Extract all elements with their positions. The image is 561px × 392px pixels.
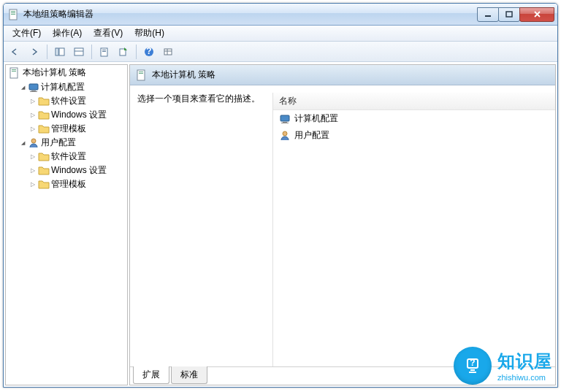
svg-rect-20 bbox=[12, 69, 16, 70]
svg-point-32 bbox=[283, 131, 287, 136]
svg-rect-6 bbox=[56, 48, 58, 55]
expand-icon[interactable] bbox=[19, 84, 26, 91]
expand-icon[interactable] bbox=[29, 98, 37, 105]
detail-header: 本地计算机 策略 bbox=[130, 65, 555, 85]
tree-computer-config[interactable]: 计算机配置 bbox=[16, 80, 127, 94]
svg-rect-16 bbox=[164, 49, 172, 55]
tree-root[interactable]: 本地计算机 策略 bbox=[6, 65, 127, 80]
filter-button[interactable] bbox=[159, 44, 177, 60]
window-buttons bbox=[478, 7, 554, 22]
menubar: 文件(F) 操作(A) 查看(V) 帮助(H) bbox=[4, 26, 557, 42]
svg-rect-27 bbox=[139, 72, 143, 72]
window: 本地组策略编辑器 文件(F) 操作(A) 查看(V) 帮助(H) ? 本地计算机… bbox=[3, 3, 558, 388]
tree-computer-software[interactable]: 软件设置 bbox=[26, 94, 127, 108]
export-button[interactable] bbox=[115, 44, 132, 60]
maximize-button[interactable] bbox=[498, 7, 520, 22]
menu-file[interactable]: 文件(F) bbox=[7, 26, 47, 41]
svg-rect-30 bbox=[283, 122, 287, 123]
svg-rect-22 bbox=[29, 84, 38, 90]
tree-user-config[interactable]: 用户配置 bbox=[16, 136, 127, 150]
tree-user-windows[interactable]: Windows 设置 bbox=[26, 164, 127, 177]
expand-icon[interactable] bbox=[19, 139, 26, 147]
svg-rect-1 bbox=[11, 11, 15, 12]
svg-rect-5 bbox=[506, 12, 512, 17]
tab-extended[interactable]: 扩展 bbox=[133, 366, 169, 384]
svg-rect-7 bbox=[59, 48, 64, 55]
expand-icon[interactable] bbox=[29, 181, 37, 188]
svg-rect-29 bbox=[280, 115, 289, 121]
tab-standard[interactable]: 标准 bbox=[171, 366, 207, 384]
toolbar-separator bbox=[91, 45, 92, 59]
tree-label: Windows 设置 bbox=[51, 164, 107, 177]
svg-rect-8 bbox=[75, 48, 83, 55]
expand-icon[interactable] bbox=[29, 153, 37, 161]
tree-user-templates[interactable]: 管理模板 bbox=[26, 177, 127, 191]
tree-label: 用户配置 bbox=[41, 137, 76, 149]
svg-rect-4 bbox=[485, 15, 491, 17]
list-column: 名称 计算机配置 用户配置 bbox=[272, 93, 555, 367]
description-column: 选择一个项目来查看它的描述。 bbox=[137, 93, 272, 367]
tree-label: 软件设置 bbox=[51, 150, 86, 163]
help-button[interactable]: ? bbox=[140, 44, 158, 60]
tree-label: 管理模板 bbox=[51, 178, 86, 191]
toggle-tree-button[interactable] bbox=[51, 44, 69, 60]
svg-rect-21 bbox=[12, 71, 16, 72]
menu-action[interactable]: 操作(A) bbox=[47, 26, 88, 41]
tree-label: 管理模板 bbox=[51, 123, 86, 135]
toggle-detail-button[interactable] bbox=[70, 44, 88, 60]
list-item-user[interactable]: 用户配置 bbox=[273, 127, 555, 144]
tree-label: 软件设置 bbox=[51, 95, 86, 107]
tree-computer-windows[interactable]: Windows 设置 bbox=[26, 108, 127, 122]
back-button[interactable] bbox=[7, 44, 24, 60]
svg-point-25 bbox=[31, 139, 36, 143]
svg-rect-3 bbox=[11, 14, 15, 15]
svg-text:?: ? bbox=[146, 47, 151, 56]
svg-rect-24 bbox=[30, 91, 37, 92]
menu-view[interactable]: 查看(V) bbox=[88, 26, 129, 41]
detail-pane: 本地计算机 策略 选择一个项目来查看它的描述。 名称 计算机配置 用户配置 bbox=[129, 64, 556, 385]
titlebar[interactable]: 本地组策略编辑器 bbox=[4, 4, 557, 26]
expand-icon[interactable] bbox=[29, 126, 37, 133]
detail-tabs: 扩展 标准 bbox=[130, 366, 555, 384]
tree-label: 计算机配置 bbox=[41, 81, 85, 93]
expand-icon[interactable] bbox=[29, 167, 37, 174]
window-title: 本地组策略编辑器 bbox=[23, 8, 478, 20]
svg-rect-28 bbox=[139, 73, 143, 74]
app-icon bbox=[8, 9, 20, 20]
list-item-label: 用户配置 bbox=[294, 129, 329, 142]
detail-body: 选择一个项目来查看它的描述。 名称 计算机配置 用户配置 bbox=[130, 85, 555, 367]
description-text: 选择一个项目来查看它的描述。 bbox=[137, 93, 265, 105]
toolbar-separator bbox=[136, 45, 137, 59]
svg-rect-2 bbox=[11, 12, 15, 13]
expand-icon[interactable] bbox=[29, 112, 37, 119]
list-item-computer[interactable]: 计算机配置 bbox=[273, 110, 555, 127]
tree-pane[interactable]: 本地计算机 策略 计算机配置 软件设置 bbox=[5, 64, 128, 385]
properties-button[interactable] bbox=[96, 44, 113, 60]
svg-rect-11 bbox=[102, 50, 106, 50]
tree-root-label: 本地计算机 策略 bbox=[23, 66, 86, 79]
detail-title: 本地计算机 策略 bbox=[152, 69, 215, 81]
minimize-button[interactable] bbox=[477, 7, 499, 22]
svg-rect-12 bbox=[102, 51, 106, 52]
tree-computer-templates[interactable]: 管理模板 bbox=[26, 122, 127, 136]
column-header-name[interactable]: 名称 bbox=[273, 93, 555, 110]
svg-rect-31 bbox=[281, 123, 289, 123]
close-button[interactable] bbox=[519, 7, 554, 22]
svg-rect-23 bbox=[31, 91, 36, 91]
tree-user-software[interactable]: 软件设置 bbox=[26, 150, 127, 164]
tree-label: Windows 设置 bbox=[51, 109, 107, 121]
toolbar-separator bbox=[47, 45, 47, 59]
content-area: 本地计算机 策略 计算机配置 软件设置 bbox=[4, 62, 557, 387]
toolbar: ? bbox=[4, 42, 557, 62]
list-item-label: 计算机配置 bbox=[294, 112, 338, 125]
forward-button[interactable] bbox=[26, 44, 43, 60]
menu-help[interactable]: 帮助(H) bbox=[129, 26, 170, 41]
svg-rect-10 bbox=[101, 48, 107, 56]
